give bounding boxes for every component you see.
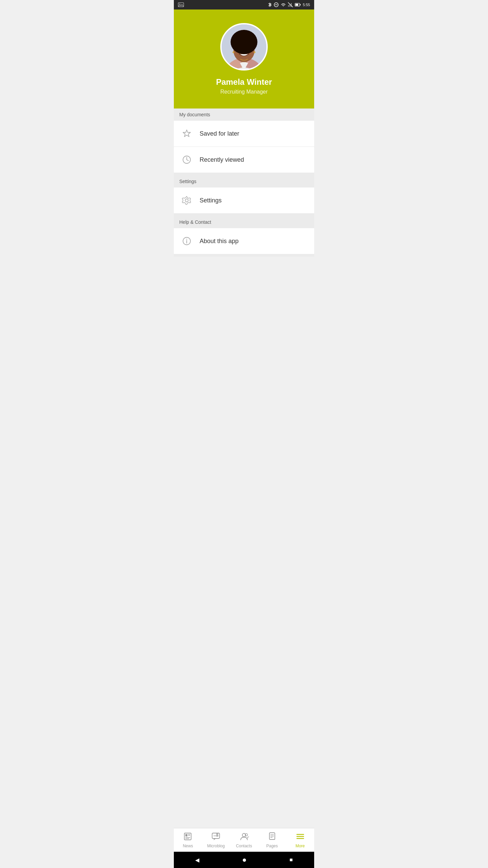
status-bar: 5:55 <box>174 0 314 9</box>
pages-icon <box>268 832 277 842</box>
image-icon <box>178 2 184 7</box>
nav-item-news[interactable]: News <box>174 828 202 852</box>
svg-point-31 <box>241 30 247 37</box>
back-button[interactable]: ◀ <box>188 854 206 866</box>
dnd-icon <box>274 2 279 7</box>
my-documents-group: Saved for later Recently viewed <box>174 121 314 173</box>
bluetooth-icon <box>268 2 272 7</box>
wifi-icon <box>281 3 286 7</box>
svg-rect-4 <box>288 5 289 7</box>
svg-point-52 <box>216 835 219 837</box>
info-icon <box>181 235 193 247</box>
profile-name: Pamela Winter <box>216 77 272 87</box>
svg-point-30 <box>248 35 252 39</box>
menu-content: My documents Saved for later Recently vi… <box>174 108 314 828</box>
svg-rect-41 <box>184 833 191 840</box>
svg-rect-9 <box>300 4 301 5</box>
status-bar-left <box>178 2 184 7</box>
svg-point-37 <box>185 199 188 202</box>
about-label: About this app <box>200 238 239 245</box>
chat-icon <box>211 832 220 842</box>
nav-contacts-label: Contacts <box>236 844 252 848</box>
newspaper-icon <box>183 832 192 842</box>
recent-button[interactable]: ■ <box>283 854 300 866</box>
signal-icon <box>288 2 293 7</box>
home-button[interactable]: ● <box>236 853 253 867</box>
status-bar-right: 5:55 <box>268 2 310 7</box>
profile-title: Recruiting Manager <box>220 89 268 95</box>
settings-label: Settings <box>200 197 222 204</box>
avatar <box>220 23 268 71</box>
settings-group: Settings <box>174 188 314 213</box>
divider-1 <box>174 173 314 175</box>
profile-header: Pamela Winter Recruiting Manager <box>174 9 314 108</box>
svg-point-29 <box>236 34 240 39</box>
nav-item-microblog[interactable]: Microblog <box>202 828 230 852</box>
nav-item-contacts[interactable]: Contacts <box>230 828 258 852</box>
menu-item-about[interactable]: About this app <box>174 228 314 254</box>
status-time: 5:55 <box>303 3 310 7</box>
nav-microblog-label: Microblog <box>207 844 225 848</box>
nav-item-pages[interactable]: Pages <box>258 828 286 852</box>
avatar-image <box>222 24 266 69</box>
menu-item-settings[interactable]: Settings <box>174 188 314 213</box>
svg-point-48 <box>214 835 215 836</box>
contacts-icon <box>240 832 248 842</box>
nav-item-more[interactable]: More <box>286 828 314 852</box>
star-icon <box>181 127 193 140</box>
android-nav-bar: ◀ ● ■ <box>174 852 314 868</box>
bottom-nav: News Microblog Contact <box>174 828 314 852</box>
divider-3 <box>174 254 314 257</box>
section-header-my-documents: My documents <box>174 108 314 121</box>
menu-icon <box>296 832 305 842</box>
svg-point-33 <box>253 51 256 53</box>
nav-more-label: More <box>296 844 305 848</box>
divider-2 <box>174 213 314 216</box>
saved-for-later-label: Saved for later <box>200 130 239 137</box>
menu-item-saved-for-later[interactable]: Saved for later <box>174 121 314 147</box>
gear-icon <box>181 194 193 206</box>
recently-viewed-label: Recently viewed <box>200 156 244 163</box>
nav-pages-label: Pages <box>266 844 278 848</box>
svg-point-40 <box>186 239 187 239</box>
svg-rect-10 <box>296 4 298 6</box>
battery-icon <box>295 3 301 7</box>
svg-point-1 <box>179 4 180 5</box>
menu-item-recently-viewed[interactable]: Recently viewed <box>174 147 314 173</box>
svg-point-32 <box>232 51 235 53</box>
nav-news-label: News <box>183 844 193 848</box>
clock-icon <box>181 154 193 166</box>
svg-line-36 <box>187 160 188 161</box>
svg-rect-42 <box>185 834 187 836</box>
section-header-help: Help & Contact <box>174 216 314 228</box>
help-group: About this app <box>174 228 314 254</box>
section-header-settings: Settings <box>174 175 314 188</box>
